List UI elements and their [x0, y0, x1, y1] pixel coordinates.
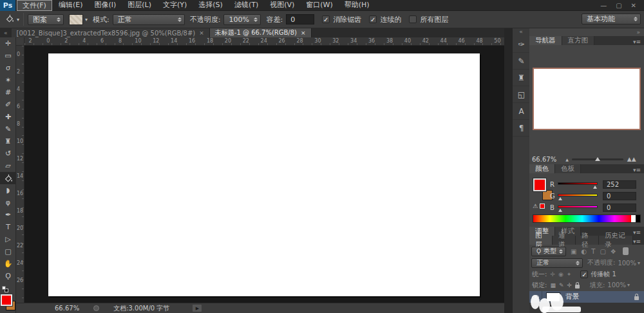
- slider-value-field[interactable]: 0: [603, 204, 636, 212]
- default-colors-icon[interactable]: [2, 286, 10, 292]
- zoom-level-field[interactable]: 66.67%: [55, 305, 79, 312]
- minimize-button[interactable]: —: [600, 2, 607, 9]
- slider-value-field[interactable]: 0: [603, 192, 636, 200]
- status-flyout-button[interactable]: ▶: [193, 305, 202, 312]
- lock-pixels-icon[interactable]: ✎: [559, 282, 564, 289]
- filter-toggle-switch[interactable]: [623, 247, 629, 255]
- slider-thumb[interactable]: [558, 209, 562, 212]
- magic-wand-tool[interactable]: ✶: [0, 74, 16, 86]
- crop-tool[interactable]: #: [0, 86, 16, 99]
- checkbox-消除锯齿[interactable]: ✓消除锯齿: [322, 15, 361, 24]
- menu-item-视[interactable]: 视图(V): [265, 0, 299, 11]
- tool-presets-panel-icon[interactable]: ✑: [513, 36, 530, 53]
- vertical-ruler[interactable]: 02468101214161820222426: [16, 46, 24, 303]
- history-brush-tool[interactable]: ↺: [0, 147, 16, 160]
- brush-tool[interactable]: ✎: [0, 123, 16, 135]
- clone-stamp-panel-icon[interactable]: ♜: [513, 70, 530, 86]
- foreground-color-swatch[interactable]: [533, 178, 546, 191]
- slider-thumb[interactable]: [593, 185, 597, 189]
- foreground-color-swatch[interactable]: [1, 294, 12, 306]
- expand-panels-icon[interactable]: «: [513, 28, 529, 36]
- layers-tab-0[interactable]: 图层: [529, 236, 553, 245]
- hand-tool[interactable]: ✋: [0, 258, 16, 270]
- navigator-proxy-preview[interactable]: [533, 68, 641, 130]
- layers-tab-2[interactable]: 路径: [576, 236, 599, 245]
- mode-select[interactable]: 正常: [113, 14, 185, 25]
- shape-tool[interactable]: ▢: [0, 245, 16, 258]
- blur-tool[interactable]: ◗: [0, 184, 16, 196]
- blend-mode-select[interactable]: 正常: [531, 258, 583, 268]
- navigator-zoom-value[interactable]: 66.67%: [532, 156, 556, 163]
- zoom-in-icon[interactable]: ▲▲: [627, 156, 636, 162]
- layers-tab-1[interactable]: 通道: [553, 236, 576, 245]
- gamut-warning[interactable]: ⚠: [533, 203, 545, 209]
- panel-menu-icon[interactable]: ▾≡: [633, 238, 644, 245]
- layers-tab-3[interactable]: 历史记录: [599, 236, 633, 245]
- pen-tool[interactable]: ✒: [0, 209, 16, 221]
- close-button[interactable]: ✕: [631, 2, 636, 9]
- menu-item-窗[interactable]: 窗口(W): [301, 0, 337, 11]
- zoom-out-icon[interactable]: ▲: [565, 157, 569, 162]
- unify-style-icon[interactable]: ✦: [567, 271, 572, 278]
- slider-thumb[interactable]: [558, 197, 562, 200]
- panel-menu-icon[interactable]: ▾≡: [633, 167, 644, 173]
- document-tab[interactable]: [0012_Bisque]3_extractedTex8596.jpg @ 50…: [12, 28, 210, 37]
- toolbar-collapse-icon[interactable]: «: [0, 30, 12, 36]
- paragraph-panel-icon[interactable]: ¶: [513, 120, 530, 137]
- menu-item-图[interactable]: 图层(L): [122, 0, 156, 11]
- menu-item-文[interactable]: 文字(Y): [158, 0, 192, 11]
- navigator-zoom-slider[interactable]: [572, 158, 623, 160]
- white-swatch[interactable]: [631, 215, 636, 222]
- dodge-tool[interactable]: φ: [0, 196, 16, 209]
- document-tab[interactable]: 未标题-1 @ 66.7%(RGB/8)×: [210, 28, 312, 37]
- filter-smart-objects-icon[interactable]: ❖: [611, 248, 616, 255]
- path-selection-tool[interactable]: ▷: [0, 233, 16, 245]
- tool-preset-picker[interactable]: ▾: [5, 14, 19, 25]
- menu-item-滤[interactable]: 滤镜(T): [229, 0, 263, 11]
- fill-source-select[interactable]: 图案: [28, 14, 64, 25]
- menu-item-编[interactable]: 编辑(E): [53, 0, 88, 11]
- panel-menu-icon[interactable]: ▾≡: [633, 229, 644, 236]
- filter-adjustment-layers-icon[interactable]: ◐: [582, 248, 587, 255]
- paint-bucket-tool[interactable]: [0, 172, 16, 184]
- eyedropper-tool[interactable]: ✐: [0, 99, 16, 111]
- layer-filter-select[interactable]: Ǫ 类型: [531, 247, 566, 256]
- horizontal-ruler[interactable]: 2024681012141618202224262830323436384042…: [24, 37, 504, 46]
- opacity-select[interactable]: 100%: [223, 14, 261, 25]
- lasso-tool[interactable]: σ: [0, 62, 16, 74]
- filter-type-layers-icon[interactable]: T: [591, 248, 595, 255]
- slider-value-field[interactable]: 252: [603, 180, 636, 189]
- tab-close-icon[interactable]: ×: [199, 30, 204, 36]
- slider-track[interactable]: [558, 181, 598, 187]
- restore-button[interactable]: ▢: [616, 2, 621, 9]
- slider-track[interactable]: [558, 193, 598, 199]
- pattern-picker[interactable]: ▾: [69, 14, 88, 25]
- collapse-panels-icon[interactable]: »: [636, 29, 640, 35]
- filter-pixel-layers-icon[interactable]: ▣: [571, 248, 576, 255]
- workspace-select[interactable]: 基本功能: [582, 14, 641, 24]
- tab-close-icon[interactable]: ×: [301, 30, 306, 36]
- rainbow-ramp[interactable]: [533, 215, 631, 222]
- filter-shape-layers-icon[interactable]: ▢: [600, 248, 605, 255]
- panel-menu-icon[interactable]: ▾≡: [633, 39, 644, 45]
- checkbox-连续的[interactable]: ✓连续的: [369, 15, 401, 24]
- lock-position-icon[interactable]: ✛: [567, 282, 572, 289]
- color-spectrum-ramp[interactable]: [533, 214, 641, 223]
- lock-transparency-icon[interactable]: ▦: [550, 282, 556, 289]
- clone-stamp-tool[interactable]: ♜: [0, 135, 16, 147]
- eraser-tool[interactable]: ▱: [0, 160, 16, 172]
- slider-track[interactable]: [558, 204, 598, 211]
- tolerance-input[interactable]: 0: [286, 14, 314, 24]
- color-tab-1[interactable]: 色板: [555, 164, 581, 173]
- brush-presets-panel-icon[interactable]: ✎: [513, 53, 530, 70]
- color-tab-0[interactable]: 颜色: [529, 164, 555, 173]
- marquee-tool[interactable]: ▭: [0, 50, 16, 62]
- menu-item-图[interactable]: 图像(I): [89, 0, 121, 11]
- unify-visibility-icon[interactable]: ◉: [558, 271, 564, 278]
- clone-source-panel-icon[interactable]: ◱: [513, 86, 530, 103]
- menu-item-选[interactable]: 选择(S): [193, 0, 228, 11]
- menu-item-文[interactable]: 文件(F): [17, 0, 52, 11]
- move-tool[interactable]: ✛: [0, 37, 16, 50]
- black-swatch[interactable]: [636, 215, 640, 222]
- canvas[interactable]: [48, 53, 480, 296]
